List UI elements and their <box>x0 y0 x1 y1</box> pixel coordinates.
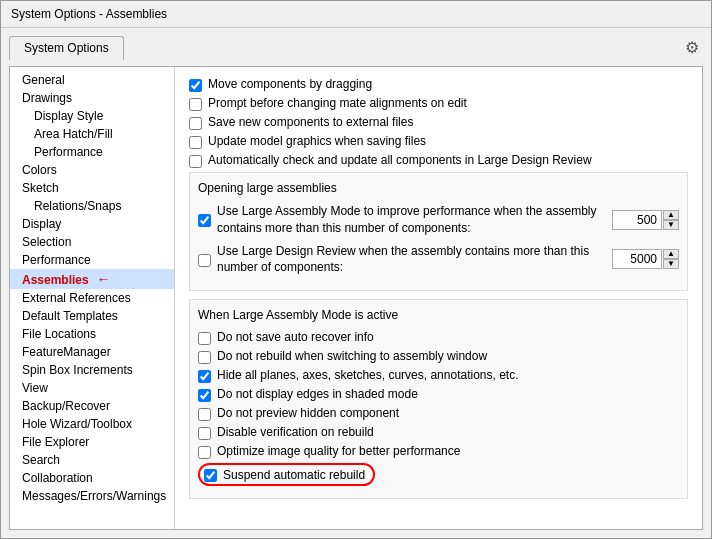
sidebar-item-file-explorer[interactable]: File Explorer <box>10 433 174 451</box>
main-window: System Options - Assemblies System Optio… <box>0 0 712 539</box>
checkbox-move-components[interactable] <box>189 79 202 92</box>
sidebar-item-spin-box[interactable]: Spin Box Increments <box>10 361 174 379</box>
checkbox-disable-verification[interactable] <box>198 427 211 440</box>
sidebar-item-sketch[interactable]: Sketch <box>10 179 174 197</box>
tab-bar: System Options ⚙ <box>9 36 703 60</box>
checkbox-row-no-display-edges: Do not display edges in shaded mode <box>198 387 679 402</box>
sidebar-item-colors[interactable]: Colors <box>10 161 174 179</box>
window-title: System Options - Assemblies <box>11 7 167 21</box>
label-update-model-graphics: Update model graphics when saving files <box>208 134 426 148</box>
label-auto-check: Automatically check and update all compo… <box>208 153 592 167</box>
sidebar-item-performance-draw[interactable]: Performance <box>10 143 174 161</box>
spinner-buttons-2: ▲ ▼ <box>663 249 679 269</box>
spinner-buttons-1: ▲ ▼ <box>663 210 679 230</box>
tab-system-options[interactable]: System Options <box>9 36 124 60</box>
spinner-up-1[interactable]: ▲ <box>663 210 679 220</box>
sidebar-item-performance[interactable]: Performance <box>10 251 174 269</box>
checkbox-large-assembly-mode[interactable] <box>198 214 211 227</box>
spinner-control-1: ▲ ▼ <box>612 210 679 230</box>
opening-large-section: Opening large assemblies Use Large Assem… <box>189 172 688 291</box>
sidebar-item-search[interactable]: Search <box>10 451 174 469</box>
sidebar-item-feature-manager[interactable]: FeatureManager <box>10 343 174 361</box>
checkbox-save-new-components[interactable] <box>189 117 202 130</box>
right-panel: Move components by draggingPrompt before… <box>175 67 702 529</box>
active-arrow-icon: ← <box>93 271 111 287</box>
sidebar-item-backup-recover[interactable]: Backup/Recover <box>10 397 174 415</box>
checkbox-row-disable-verification: Disable verification on rebuild <box>198 425 679 440</box>
gear-icon[interactable]: ⚙ <box>685 38 699 57</box>
sidebar-item-external-references[interactable]: External References <box>10 289 174 307</box>
checkbox-large-design-review[interactable] <box>198 254 211 267</box>
title-bar: System Options - Assemblies <box>1 1 711 28</box>
checkbox-no-display-edges[interactable] <box>198 389 211 402</box>
checkbox-row-suspend-rebuild: Suspend automatic rebuild <box>198 463 679 486</box>
label-disable-verification: Disable verification on rebuild <box>217 425 374 439</box>
spinner-control-2: ▲ ▼ <box>612 249 679 269</box>
label-move-components: Move components by dragging <box>208 77 372 91</box>
sidebar: GeneralDrawingsDisplay StyleArea Hatch/F… <box>10 67 175 529</box>
label-prompt-mate: Prompt before changing mate alignments o… <box>208 96 467 110</box>
sidebar-item-file-locations[interactable]: File Locations <box>10 325 174 343</box>
label-optimize-image: Optimize image quality for better perfor… <box>217 444 460 458</box>
label-suspend-rebuild: Suspend automatic rebuild <box>223 468 365 482</box>
label-no-display-edges: Do not display edges in shaded mode <box>217 387 418 401</box>
checkbox-hide-planes[interactable] <box>198 370 211 383</box>
label-no-rebuild: Do not rebuild when switching to assembl… <box>217 349 487 363</box>
label-large-assembly-mode: Use Large Assembly Mode to improve perfo… <box>217 203 604 237</box>
checkbox-auto-check[interactable] <box>189 155 202 168</box>
checkbox-row-prompt-mate: Prompt before changing mate alignments o… <box>189 96 688 111</box>
checkbox-row-move-components: Move components by dragging <box>189 77 688 92</box>
highlighted-row-wrapper: Suspend automatic rebuild <box>198 463 375 486</box>
spinner-down-2[interactable]: ▼ <box>663 259 679 269</box>
sidebar-item-display-style[interactable]: Display Style <box>10 107 174 125</box>
sidebar-item-assemblies[interactable]: Assemblies ← <box>10 269 174 289</box>
content-area: System Options ⚙ GeneralDrawingsDisplay … <box>1 28 711 538</box>
sidebar-item-selection[interactable]: Selection <box>10 233 174 251</box>
checkbox-suspend-rebuild[interactable] <box>204 469 217 482</box>
checkbox-update-model-graphics[interactable] <box>189 136 202 149</box>
checkbox-row-optimize-image: Optimize image quality for better perfor… <box>198 444 679 459</box>
sidebar-item-messages-errors[interactable]: Messages/Errors/Warnings <box>10 487 174 505</box>
checkbox-row-hide-planes: Hide all planes, axes, sketches, curves,… <box>198 368 679 383</box>
sidebar-item-display[interactable]: Display <box>10 215 174 233</box>
active-section-label: When Large Assembly Mode is active <box>198 308 679 322</box>
spinner-down-1[interactable]: ▼ <box>663 220 679 230</box>
label-large-design-review: Use Large Design Review when the assembl… <box>217 243 604 277</box>
checkbox-no-save-auto[interactable] <box>198 332 211 345</box>
spinner-input-2[interactable] <box>612 249 662 269</box>
label-hide-planes: Hide all planes, axes, sketches, curves,… <box>217 368 519 382</box>
sidebar-item-relations-snaps[interactable]: Relations/Snaps <box>10 197 174 215</box>
label-no-save-auto: Do not save auto recover info <box>217 330 374 344</box>
spinner-up-2[interactable]: ▲ <box>663 249 679 259</box>
checkbox-row-save-new-components: Save new components to external files <box>189 115 688 130</box>
sidebar-item-collaboration[interactable]: Collaboration <box>10 469 174 487</box>
sidebar-item-general[interactable]: General <box>10 71 174 89</box>
main-panel: GeneralDrawingsDisplay StyleArea Hatch/F… <box>9 66 703 530</box>
sidebar-item-view[interactable]: View <box>10 379 174 397</box>
sidebar-item-drawings[interactable]: Drawings <box>10 89 174 107</box>
sidebar-item-hole-wizard[interactable]: Hole Wizard/Toolbox <box>10 415 174 433</box>
sidebar-item-default-templates[interactable]: Default Templates <box>10 307 174 325</box>
checkbox-row-no-rebuild: Do not rebuild when switching to assembl… <box>198 349 679 364</box>
sidebar-item-area-hatch[interactable]: Area Hatch/Fill <box>10 125 174 143</box>
opening-large-label: Opening large assemblies <box>198 181 679 195</box>
checkbox-row-no-save-auto: Do not save auto recover info <box>198 330 679 345</box>
spinner-row-1: Use Large Assembly Mode to improve perfo… <box>198 203 679 237</box>
checkbox-prompt-mate[interactable] <box>189 98 202 111</box>
active-section: When Large Assembly Mode is activeDo not… <box>189 299 688 499</box>
label-no-preview-hidden: Do not preview hidden component <box>217 406 399 420</box>
checkbox-no-preview-hidden[interactable] <box>198 408 211 421</box>
spinner-input-1[interactable] <box>612 210 662 230</box>
checkbox-no-rebuild[interactable] <box>198 351 211 364</box>
checkbox-row-auto-check: Automatically check and update all compo… <box>189 153 688 168</box>
label-save-new-components: Save new components to external files <box>208 115 413 129</box>
spinner-row-2: Use Large Design Review when the assembl… <box>198 243 679 277</box>
checkbox-row-no-preview-hidden: Do not preview hidden component <box>198 406 679 421</box>
checkbox-optimize-image[interactable] <box>198 446 211 459</box>
checkbox-row-update-model-graphics: Update model graphics when saving files <box>189 134 688 149</box>
